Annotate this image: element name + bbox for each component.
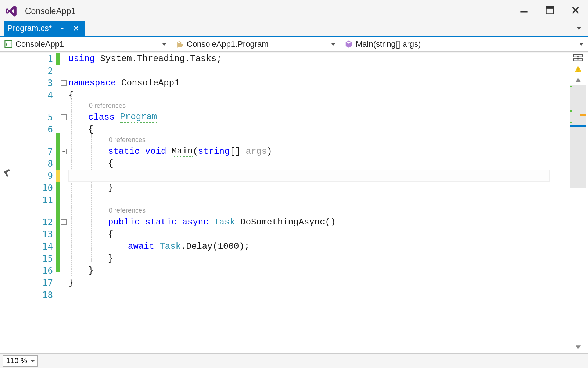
chevron-down-icon	[331, 39, 336, 49]
line-number: 18	[17, 289, 56, 301]
vs-logo-icon	[5, 5, 18, 17]
change-mark-saved	[56, 133, 60, 272]
code-line: {	[68, 228, 568, 240]
right-rail	[568, 53, 588, 353]
code-line: }	[68, 277, 568, 289]
document-tab[interactable]: Program.cs*	[4, 21, 85, 36]
overview-mark	[580, 114, 586, 116]
title-bar: ConsoleApp1	[0, 0, 588, 22]
scroll-down-icon[interactable]	[576, 344, 581, 351]
svg-text:C#: C#	[6, 42, 12, 47]
line-number: 10	[17, 182, 56, 194]
split-window-icon[interactable]	[573, 54, 583, 63]
codelens-references[interactable]: 0 references	[89, 102, 126, 110]
svg-rect-7	[578, 68, 578, 71]
minimize-button[interactable]	[518, 4, 530, 16]
tab-overflow-dropdown-icon[interactable]	[576, 26, 581, 32]
code-line: public static async Task DoSomethingAsyn…	[68, 216, 568, 228]
fold-toggle[interactable]: −	[61, 80, 67, 86]
line-number: 13	[17, 228, 56, 240]
line-number: 17	[17, 277, 56, 289]
code-line	[68, 170, 568, 182]
codelens-references[interactable]: 0 references	[109, 136, 146, 144]
line-number: 7	[17, 145, 56, 158]
line-number: 12	[17, 216, 56, 228]
line-number: 3	[17, 77, 56, 89]
change-mark-saved	[56, 53, 60, 65]
chevron-down-icon	[162, 39, 166, 49]
line-number: 2	[17, 65, 56, 77]
line-number: 5	[17, 111, 56, 123]
code-line: using System.Threading.Tasks;	[68, 53, 568, 65]
class-icon	[176, 40, 184, 48]
outline-column: − − − −	[60, 53, 68, 353]
warning-icon[interactable]	[574, 65, 582, 75]
nav-project-dropdown[interactable]: C# ConsoleApp1	[0, 37, 171, 51]
fold-toggle[interactable]: −	[61, 149, 67, 154]
code-line: namespace ConsoleApp1	[68, 77, 568, 89]
line-number: 16	[17, 265, 56, 277]
overview-ruler[interactable]	[570, 85, 586, 188]
line-number: 1	[17, 53, 56, 65]
code-line	[68, 289, 568, 301]
tab-label: Program.cs*	[7, 24, 52, 33]
chevron-down-icon	[579, 39, 584, 49]
nav-member-dropdown[interactable]: Main(string[] args)	[340, 37, 588, 51]
overview-mark	[570, 86, 572, 87]
line-number: 8	[17, 158, 56, 170]
status-bar: 110 %	[0, 353, 588, 368]
scroll-up-icon[interactable]	[576, 77, 581, 84]
zoom-level-dropdown[interactable]: 110 %	[3, 355, 38, 367]
line-number: 9	[17, 170, 56, 182]
code-line: {	[68, 123, 568, 135]
change-mark-unsaved	[56, 170, 60, 182]
quick-actions-icon[interactable]	[2, 167, 12, 179]
line-number: 15	[17, 252, 56, 265]
nav-class-label: ConsoleApp1.Program	[187, 39, 269, 49]
fold-toggle[interactable]: −	[61, 114, 67, 120]
line-number-gutter: 1 2 3 4 5 6 7 8 9 10 11 12 13 14 15 16 1…	[17, 53, 56, 353]
app-title: ConsoleApp1	[25, 6, 76, 16]
code-line: static void Main(string[] args)	[68, 145, 568, 158]
overview-caret-mark	[570, 125, 586, 127]
code-line: }	[68, 252, 568, 265]
nav-class-dropdown[interactable]: ConsoleApp1.Program	[171, 37, 340, 51]
close-tab-icon[interactable]	[72, 25, 80, 32]
close-button[interactable]	[570, 4, 581, 16]
window-controls	[518, 4, 581, 16]
code-line	[68, 65, 568, 77]
codelens-references[interactable]: 0 references	[109, 207, 146, 215]
zoom-level-label: 110 %	[6, 357, 27, 365]
code-line	[68, 194, 568, 206]
code-editor[interactable]: 1 2 3 4 5 6 7 8 9 10 11 12 13 14 15 16 1…	[0, 53, 588, 353]
fold-toggle[interactable]: −	[61, 219, 67, 225]
code-text-area[interactable]: using System.Threading.Tasks; namespace …	[68, 53, 568, 353]
code-line: {	[68, 158, 568, 170]
change-bar	[56, 53, 60, 353]
code-line: {	[68, 89, 568, 101]
overview-mark	[570, 122, 572, 123]
overview-mark	[570, 110, 572, 112]
nav-bar: C# ConsoleApp1 ConsoleApp1.Program Main(…	[0, 37, 588, 52]
code-line: }	[68, 182, 568, 194]
line-number: 4	[17, 89, 56, 101]
tab-strip: Program.cs*	[0, 22, 588, 37]
csharp-project-icon: C#	[4, 40, 12, 48]
svg-rect-2	[546, 7, 553, 9]
nav-member-label: Main(string[] args)	[356, 39, 421, 49]
line-number: 6	[17, 123, 56, 135]
code-line: class Program	[68, 111, 568, 123]
svg-rect-0	[520, 11, 527, 12]
line-number: 14	[17, 240, 56, 252]
code-line: await Task.Delay(1000);	[68, 240, 568, 252]
maximize-button[interactable]	[544, 4, 556, 16]
nav-project-label: ConsoleApp1	[15, 39, 64, 49]
pin-icon[interactable]	[58, 25, 66, 32]
indicator-margin	[0, 53, 17, 353]
code-line: }	[68, 265, 568, 277]
svg-rect-8	[578, 71, 578, 72]
method-icon	[345, 40, 353, 48]
line-number: 11	[17, 194, 56, 206]
